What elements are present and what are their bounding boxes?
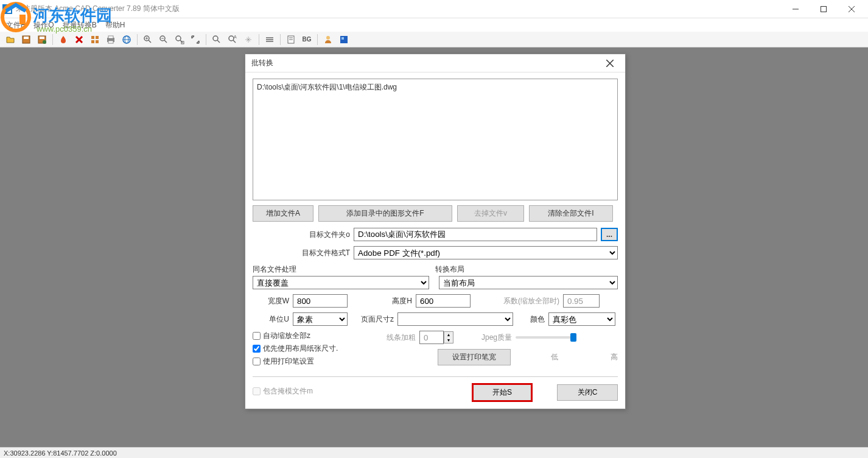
svg-line-32	[217, 40, 220, 43]
usepen-checkbox[interactable]	[253, 358, 261, 365]
layer-icon[interactable]	[263, 33, 276, 46]
menubar: 文件F 操作O 批量转换B 帮助H	[0, 18, 868, 32]
menu-help[interactable]: 帮助H	[102, 19, 129, 32]
svg-rect-1	[821, 6, 827, 12]
browse-button[interactable]: ...	[601, 228, 618, 241]
layout-section-label: 转换布局	[435, 264, 464, 275]
svg-rect-17	[108, 41, 113, 43]
svg-line-34	[233, 40, 236, 43]
svg-point-39	[326, 36, 330, 40]
lineweight-label: 线条加粗	[379, 333, 416, 343]
close-button[interactable]	[838, 0, 866, 18]
usepen-label: 使用打印笔设置	[263, 356, 314, 367]
zoom-fit-icon[interactable]	[210, 33, 223, 46]
grid-icon[interactable]	[88, 33, 102, 46]
x-red-icon[interactable]	[72, 33, 86, 46]
start-button[interactable]: 开始S	[472, 383, 533, 402]
uselayout-checkbox[interactable]	[253, 345, 261, 353]
pen-width-button[interactable]: 设置打印笔宽	[438, 349, 511, 365]
jpeg-slider	[516, 336, 576, 339]
file-list[interactable]: D:\tools\桌面\河东软件园\1\电信竣工图.dwg	[253, 79, 618, 200]
svg-line-26	[164, 40, 167, 43]
target-folder-label: 目标文件夹o	[253, 230, 350, 240]
menu-batch[interactable]: 批量转换B	[59, 19, 100, 32]
include-mask-checkbox	[253, 387, 261, 395]
layout-select[interactable]: 当前布局	[439, 276, 618, 289]
height-label: 高度H	[351, 296, 412, 306]
window-title: 未注册版本 Acme CAD Converter 7.89 简体中文版	[16, 4, 782, 14]
jpeg-high-label: 高	[611, 352, 618, 362]
close-button-dialog[interactable]: 关闭C	[557, 384, 618, 401]
clear-all-button[interactable]: 清除全部文件I	[529, 205, 613, 222]
dialog-titlebar[interactable]: 批转换	[245, 54, 625, 72]
svg-rect-41	[341, 37, 344, 40]
save-as-icon[interactable]	[35, 33, 49, 46]
lineweight-input	[419, 331, 444, 344]
svg-rect-5	[24, 37, 29, 39]
svg-text:A: A	[234, 35, 237, 39]
color-label: 颜色	[517, 314, 545, 325]
add-folder-button[interactable]: 添加目录中的图形文件F	[318, 205, 452, 222]
bg-icon[interactable]: BG	[300, 33, 313, 46]
autoscale-label: 自动缩放全部z	[263, 331, 310, 341]
lineweight-spinner: ▲▼	[444, 331, 453, 344]
maximize-button[interactable]	[810, 0, 838, 18]
print-icon[interactable]	[104, 33, 117, 46]
jpeg-low-label: 低	[551, 352, 558, 362]
svg-rect-13	[91, 40, 94, 43]
save-icon[interactable]	[19, 33, 33, 46]
unit-select[interactable]: 象素	[293, 312, 348, 326]
height-input[interactable]	[416, 294, 471, 308]
minimize-button[interactable]	[782, 0, 810, 18]
open-icon[interactable]	[4, 33, 17, 46]
width-input[interactable]	[293, 294, 348, 308]
batch-convert-dialog: 批转换 D:\tools\桌面\河东软件园\1\电信竣工图.dwg 增加文件A …	[245, 54, 626, 409]
autoscale-checkbox[interactable]	[253, 332, 261, 340]
zoom-window-icon[interactable]	[173, 33, 186, 46]
toolbar: A BG	[0, 32, 868, 48]
uselayout-label: 优先使用布局纸张尺寸.	[263, 344, 338, 354]
svg-rect-12	[96, 36, 99, 39]
svg-point-8	[43, 40, 46, 44]
color-select[interactable]: 真彩色	[548, 312, 615, 326]
blue-square-icon[interactable]	[337, 33, 351, 46]
include-mask-label: 包含掩模文件m	[263, 386, 313, 396]
remove-file-button[interactable]: 去掉文件v	[457, 205, 524, 222]
zoom-extents-icon[interactable]	[189, 33, 202, 46]
menu-operate[interactable]: 操作O	[30, 19, 57, 32]
flame-icon[interactable]	[57, 33, 70, 46]
pan-icon[interactable]	[242, 33, 255, 46]
add-file-button[interactable]: 增加文件A	[253, 205, 313, 222]
pagesize-select[interactable]	[397, 312, 513, 326]
menu-file[interactable]: 文件F	[2, 19, 29, 32]
jpeg-label: Jpeg质量	[457, 333, 512, 343]
width-label: 宽度W	[253, 296, 289, 306]
svg-rect-11	[91, 36, 94, 39]
user-icon[interactable]	[321, 33, 335, 46]
target-folder-input[interactable]	[354, 228, 597, 241]
dialog-close-button[interactable]	[601, 54, 619, 72]
svg-rect-7	[40, 37, 44, 39]
target-format-select[interactable]: Adobe PDF 文件(*.pdf)	[354, 246, 618, 259]
svg-point-31	[213, 36, 218, 41]
scale-label: 系数(缩放全部时)	[474, 296, 559, 306]
zoom-out-icon[interactable]	[157, 33, 170, 46]
dup-select[interactable]: 直接覆盖	[253, 276, 429, 289]
scale-input	[563, 294, 600, 308]
app-icon	[2, 4, 12, 14]
svg-line-22	[149, 40, 151, 43]
window-titlebar: 未注册版本 Acme CAD Converter 7.89 简体中文版	[0, 0, 868, 18]
zoom-all-icon[interactable]: A	[226, 33, 239, 46]
statusbar: X:30923.2286 Y:81457.7702 Z:0.0000	[0, 447, 868, 458]
doc-icon[interactable]	[284, 33, 298, 46]
unit-label: 单位U	[253, 314, 289, 325]
target-format-label: 目标文件格式T	[253, 248, 350, 258]
dup-section-label: 同名文件处理	[253, 264, 435, 275]
svg-point-33	[229, 36, 234, 41]
dialog-title: 批转换	[251, 58, 601, 68]
zoom-in-icon[interactable]	[141, 33, 155, 46]
status-coords: X:30923.2286 Y:81457.7702 Z:0.0000	[4, 449, 117, 457]
globe-icon[interactable]	[120, 33, 133, 46]
svg-rect-16	[108, 36, 113, 38]
list-item[interactable]: D:\tools\桌面\河东软件园\1\电信竣工图.dwg	[257, 82, 614, 93]
